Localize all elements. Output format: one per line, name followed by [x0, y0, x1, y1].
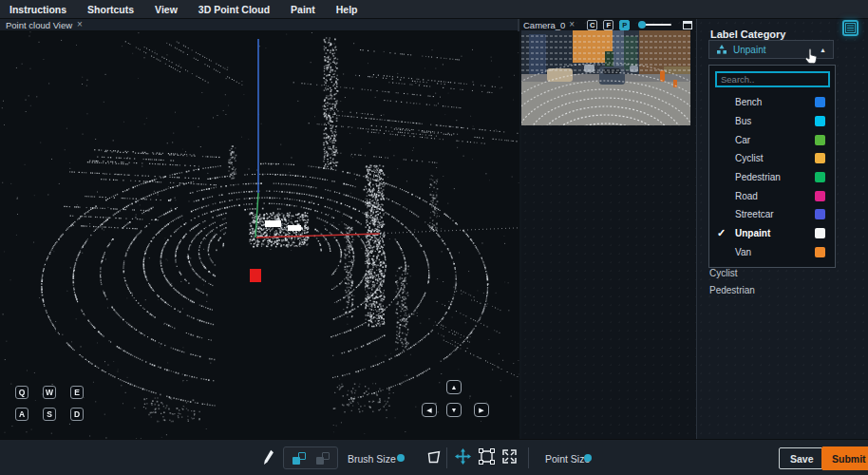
color-swatch — [815, 97, 825, 107]
pan-right-button[interactable]: ▶ — [474, 403, 489, 417]
camera-f-button[interactable]: F — [603, 20, 613, 30]
submit-button[interactable]: Submit — [821, 446, 868, 470]
search-input[interactable] — [715, 71, 830, 87]
camera-opacity-slider[interactable] — [638, 24, 671, 26]
copy-paint-button[interactable] — [292, 452, 306, 465]
color-swatch — [815, 172, 825, 182]
polygon-tool[interactable] — [425, 450, 442, 465]
color-swatch — [815, 153, 825, 163]
key-hint-a[interactable]: A — [15, 408, 28, 421]
label-category-sidebar: Label Category Unpaint ▲ Cyclist Pedestr… — [696, 19, 868, 439]
key-hint-d[interactable]: D — [70, 408, 84, 421]
color-swatch — [815, 135, 825, 145]
app-window: Instructions Shortcuts View 3D Point Clo… — [0, 0, 868, 475]
close-icon[interactable]: × — [569, 20, 575, 29]
label-list-item-cyclist[interactable]: Cyclist — [709, 268, 737, 278]
mouse-cursor-hand — [804, 48, 818, 65]
close-icon[interactable]: × — [77, 20, 83, 29]
camera-image[interactable] — [521, 30, 690, 125]
option-bench[interactable]: Bench — [709, 93, 835, 112]
slider-thumb[interactable] — [584, 454, 592, 462]
panel-toggle-icon[interactable] — [842, 20, 859, 36]
paste-paint-button[interactable] — [316, 452, 330, 465]
color-swatch — [815, 116, 825, 126]
toolbar-divider — [446, 447, 447, 468]
color-swatch — [815, 209, 825, 219]
pan-down-button[interactable]: ▼ — [446, 403, 462, 417]
camera-panel: Camera_0 × C F P — [521, 19, 696, 439]
brush-size-label: Brush Size — [348, 453, 396, 465]
key-hint-w[interactable]: W — [43, 386, 56, 399]
category-icon — [716, 44, 727, 55]
key-hint-e[interactable]: E — [70, 386, 84, 399]
bottom-toolbar: Brush Size — [0, 439, 868, 475]
color-swatch — [815, 228, 825, 238]
menu-item-shortcuts[interactable]: Shortcuts — [87, 4, 134, 15]
option-road[interactable]: Road — [709, 186, 835, 205]
save-button[interactable]: Save — [779, 447, 825, 469]
menu-item-help[interactable]: Help — [336, 4, 358, 15]
point-cloud-panel: Point cloud View × — [0, 19, 519, 439]
option-cyclist[interactable]: Cyclist — [709, 149, 835, 168]
menu-item-paint[interactable]: Paint — [291, 4, 315, 15]
menu-item-3d-point-cloud[interactable]: 3D Point Cloud — [198, 4, 270, 15]
dropdown-selected-value: Unpaint — [733, 45, 814, 55]
point-cloud-tab-label: Point cloud View — [6, 20, 72, 30]
key-hint-s[interactable]: S — [43, 408, 56, 421]
chevron-up-icon[interactable]: ▲ — [820, 47, 826, 53]
camera-p-button[interactable]: P — [619, 20, 630, 30]
fit-frame-tool[interactable] — [479, 448, 495, 465]
camera-tab-bar: Camera_0 × C F P — [521, 19, 696, 30]
camera-tab-label: Camera_0 — [523, 20, 565, 30]
color-swatch — [815, 191, 825, 201]
toolbar-divider — [528, 447, 529, 468]
option-car[interactable]: Car — [709, 130, 835, 149]
option-bus[interactable]: Bus — [709, 112, 835, 131]
option-streetcar[interactable]: Streetcar — [709, 205, 835, 224]
menu-bar: Instructions Shortcuts View 3D Point Clo… — [0, 0, 868, 19]
paint-brush-tool[interactable] — [263, 449, 274, 466]
slider-thumb[interactable] — [397, 454, 405, 462]
menu-item-view[interactable]: View — [155, 4, 178, 15]
check-icon: ✓ — [717, 227, 726, 239]
point-cloud-tab-bar: Point cloud View × — [0, 19, 518, 31]
slider-thumb[interactable] — [638, 21, 646, 28]
label-list-item-pedestrian[interactable]: Pedestrian — [709, 285, 755, 295]
option-pedestrian[interactable]: Pedestrian — [709, 168, 835, 187]
pan-up-button[interactable]: ▲ — [446, 380, 462, 394]
pan-left-button[interactable]: ◀ — [422, 403, 437, 417]
label-category-dropdown-panel: Bench Bus Car Cyclist Pedestrian — [708, 65, 836, 268]
camera-c-button[interactable]: C — [587, 20, 597, 30]
key-hint-q[interactable]: Q — [15, 386, 28, 399]
maximize-icon[interactable] — [683, 21, 692, 29]
color-swatch — [815, 247, 825, 257]
move-tool[interactable] — [455, 448, 471, 465]
sidebar-title: Label Category — [710, 28, 785, 40]
option-unpaint[interactable]: ✓ Unpaint — [709, 224, 835, 243]
paint-copy-group — [283, 446, 338, 469]
point-cloud-canvas[interactable] — [0, 31, 519, 439]
menu-item-instructions[interactable]: Instructions — [9, 4, 66, 15]
fullscreen-expand-tool[interactable] — [501, 448, 518, 465]
option-van[interactable]: Van — [709, 243, 835, 262]
